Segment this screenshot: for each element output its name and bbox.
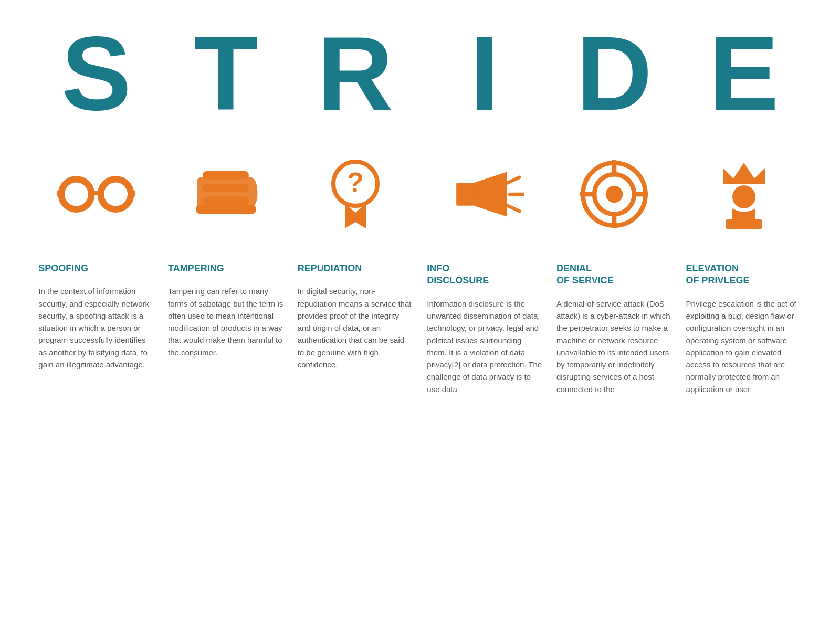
- info-disclosure-title: INFODISCLOSURE: [427, 262, 542, 287]
- svg-rect-5: [57, 191, 59, 196]
- dos-icon-cell: [556, 160, 672, 228]
- letter-s: S: [38, 21, 154, 126]
- svg-line-19: [507, 205, 520, 211]
- svg-rect-4: [93, 191, 99, 195]
- info-disclosure-icon-cell: [427, 165, 542, 223]
- tampering-content: TAMPERING Tampering can refer to many fo…: [168, 262, 284, 359]
- crown-person-icon: [715, 158, 773, 231]
- dos-content: DENIALOF SERVICE A denial-of-service att…: [556, 262, 672, 395]
- elevation-description: Privilege escalation is the act of explo…: [686, 298, 802, 395]
- svg-rect-29: [726, 219, 762, 229]
- svg-point-22: [606, 186, 623, 203]
- letter-i: I: [427, 21, 542, 126]
- svg-marker-27: [723, 163, 765, 184]
- svg-rect-6: [133, 191, 135, 196]
- letter-e: E: [686, 21, 802, 126]
- spoofing-title: SPOOFING: [38, 262, 154, 275]
- stride-letters-row: S T R I D E: [32, 21, 808, 126]
- svg-line-18: [507, 177, 520, 183]
- info-disclosure-content: INFODISCLOSURE Information disclosure is…: [427, 262, 542, 395]
- dos-title: DENIALOF SERVICE: [556, 262, 672, 287]
- info-disclosure-description: Information disclosure is the unwanted d…: [427, 298, 542, 395]
- svg-point-1: [65, 183, 88, 206]
- repudiation-description: In digital security, non-repudiation mea…: [298, 285, 413, 371]
- megaphone-icon: [445, 165, 524, 223]
- elevation-icon-cell: [686, 158, 802, 231]
- question-badge-icon: ?: [329, 160, 382, 228]
- repudiation-icon-cell: ?: [298, 160, 413, 228]
- letter-t: T: [168, 21, 284, 126]
- tampering-description: Tampering can refer to many forms of sab…: [168, 285, 284, 359]
- elevation-content: ELEVATIONOF PRIVLEGE Privilege escalatio…: [686, 262, 802, 395]
- svg-text:?: ?: [347, 167, 364, 197]
- spoofing-icon-cell: [38, 171, 154, 218]
- dos-description: A denial-of-service attack (DoS attack) …: [556, 298, 672, 395]
- spoofing-content: SPOOFING In the context of information s…: [38, 262, 154, 371]
- repudiation-content: REPUDIATION In digital security, non-rep…: [298, 262, 413, 371]
- letter-r: R: [298, 21, 413, 126]
- svg-rect-11: [196, 205, 257, 214]
- tampering-icon-cell: [168, 165, 284, 223]
- page-container: S T R I D E: [0, 0, 840, 416]
- svg-point-3: [104, 183, 128, 206]
- hand-icon: [189, 165, 262, 223]
- content-row: SPOOFING In the context of information s…: [32, 262, 808, 395]
- glasses-icon: [57, 171, 135, 218]
- tampering-title: TAMPERING: [168, 262, 284, 275]
- letter-d: D: [556, 21, 672, 126]
- repudiation-title: REPUDIATION: [298, 262, 413, 275]
- icons-row: ?: [32, 158, 808, 231]
- spoofing-description: In the context of information security, …: [38, 285, 154, 371]
- elevation-title: ELEVATIONOF PRIVLEGE: [686, 262, 802, 287]
- svg-point-28: [732, 185, 755, 208]
- svg-rect-16: [457, 183, 474, 206]
- target-icon: [580, 160, 648, 228]
